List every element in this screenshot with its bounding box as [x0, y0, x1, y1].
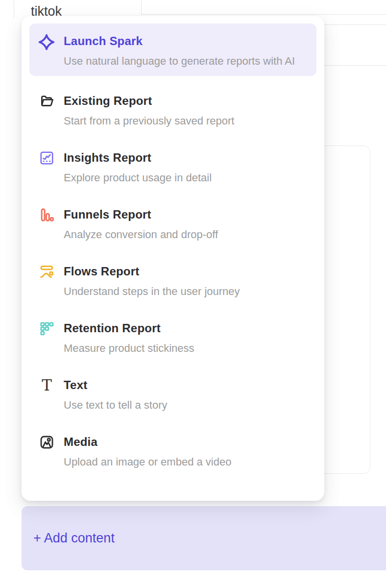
menu-item-title: Launch Spark	[64, 33, 308, 49]
svg-text:T: T	[42, 378, 52, 393]
menu-item-description: Use natural language to generate reports…	[64, 51, 303, 71]
spark-icon	[38, 33, 55, 50]
menu-item-flows-report[interactable]: Flows Report Understand steps in the use…	[29, 257, 316, 308]
add-content-button[interactable]: + Add content	[22, 506, 386, 570]
background-row-divider	[314, 24, 386, 25]
background-row-divider	[314, 65, 386, 66]
menu-item-title: Funnels Report	[64, 207, 308, 222]
retention-grid-icon	[38, 320, 55, 336]
menu-item-launch-spark[interactable]: Launch Spark Use natural language to gen…	[29, 24, 316, 76]
menu-item-description: Start from a previously saved report	[64, 111, 308, 131]
folder-open-icon	[38, 93, 55, 109]
funnel-bars-icon	[38, 207, 55, 222]
menu-item-description: Measure product stickiness	[64, 339, 308, 358]
add-content-label: + Add content	[33, 531, 115, 546]
menu-item-retention-report[interactable]: Retention Report Measure product stickin…	[29, 314, 316, 365]
background-row-divider	[141, 14, 386, 15]
menu-item-description: Upload an image or embed a video	[64, 452, 308, 472]
menu-item-description: Analyze conversion and drop-off	[64, 225, 308, 245]
flow-wave-icon	[38, 264, 55, 279]
menu-item-title: Insights Report	[64, 150, 308, 166]
text-icon: T	[38, 377, 55, 393]
menu-item-existing-report[interactable]: Existing Report Start from a previously …	[29, 87, 316, 137]
menu-item-text[interactable]: T Text Use text to tell a story	[29, 371, 316, 421]
menu-item-media[interactable]: Media Upload an image or embed a video	[29, 428, 316, 478]
media-icon	[38, 434, 55, 450]
menu-item-description: Understand steps in the user journey	[64, 282, 308, 301]
menu-item-title: Text	[64, 377, 308, 393]
menu-item-funnels-report[interactable]: Funnels Report Analyze conversion and dr…	[29, 200, 316, 251]
line-chart-icon	[38, 150, 55, 166]
menu-item-title: Retention Report	[64, 320, 308, 336]
menu-item-title: Flows Report	[64, 264, 308, 279]
menu-item-title: Media	[64, 434, 308, 450]
menu-item-description: Use text to tell a story	[64, 395, 308, 415]
add-content-menu: Launch Spark Use natural language to gen…	[22, 16, 324, 501]
background-table-divider	[14, 0, 14, 18]
menu-item-title: Existing Report	[64, 93, 308, 109]
menu-item-description: Explore product usage in detail	[64, 168, 308, 188]
background-table-divider	[141, 0, 142, 14]
menu-item-insights-report[interactable]: Insights Report Explore product usage in…	[29, 144, 316, 194]
